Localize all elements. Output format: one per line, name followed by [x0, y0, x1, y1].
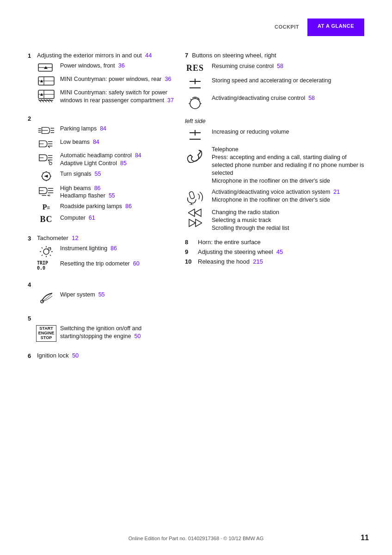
- low-beams-text: Low beams 84: [60, 138, 99, 146]
- power-window-rear-icon: [37, 76, 55, 86]
- svg-marker-77: [189, 219, 196, 227]
- start-stop-badge: STARTENGINESTOP: [36, 325, 57, 342]
- list-item: 9 Adjusting the steering wheel 45: [185, 248, 364, 255]
- list-item: Activating/deactivating cruise control 5…: [185, 94, 364, 110]
- instrument-lighting-text: Instrument lighting 86: [60, 245, 117, 253]
- volume-plus-minus-icon: [185, 129, 205, 142]
- item-8-text: Horn: the entire surface: [198, 239, 261, 246]
- section-1-ref: 44: [145, 52, 152, 59]
- computer-bc-icon: BC: [37, 215, 55, 224]
- list-item: P≡ Roadside parking lamps 86: [37, 203, 176, 211]
- volume-label: Increasing or reducing volume: [212, 128, 289, 136]
- section-5-num: 5: [28, 315, 37, 322]
- page: COCKPIT AT A GLANCE 1 Adjusting the exte…: [0, 0, 392, 555]
- svg-marker-75: [188, 209, 195, 216]
- list-item: Changing the radio station Selecting a m…: [185, 209, 364, 232]
- wiper-system-text: Wiper system 55: [60, 291, 105, 299]
- list-item: STARTENGINESTOP Switching the ignition o…: [37, 325, 176, 342]
- item-8-num: 8: [185, 239, 195, 246]
- tab-at-glance: AT A GLANCE: [307, 18, 364, 33]
- low-beams-icon: [37, 139, 55, 149]
- high-beams-icon: [37, 185, 55, 198]
- section-2-num: 2: [28, 115, 37, 122]
- svg-marker-46: [47, 194, 49, 196]
- voice-activation-icon: [185, 189, 205, 205]
- section-2-subitems: Parking lamps 84: [28, 125, 176, 225]
- auto-headlamp-text: Automatic headlamp control 84Adaptive Li…: [60, 152, 141, 167]
- auto-headlamp-icon: [37, 152, 55, 165]
- tab-cockpit: COCKPIT: [266, 20, 307, 33]
- section-3-header: 3 Tachometer 12: [28, 234, 176, 242]
- item-9-num: 9: [185, 248, 195, 255]
- list-item: Power windows, front 36: [37, 62, 176, 73]
- section-7-header: 7 Buttons on steering wheel, right: [185, 52, 364, 59]
- svg-line-12: [38, 99, 41, 102]
- section-1-subitems: Power windows, front 36 MINI Countryman:: [28, 62, 176, 105]
- plus-minus-icon: [185, 78, 205, 91]
- list-item: MINI Countryman: safety switch for power…: [37, 89, 176, 105]
- section-1-title: Adjusting the exterior mirrors in and ou…: [37, 52, 152, 59]
- section-6-title: Ignition lock 50: [37, 352, 79, 359]
- svg-marker-40: [44, 175, 48, 178]
- trip-odometer-text: Resetting the trip odometer 60: [60, 260, 140, 268]
- svg-line-16: [49, 99, 52, 102]
- svg-line-68: [190, 99, 191, 100]
- list-item: Parking lamps 84: [37, 125, 176, 136]
- list-item: High beams 86Headlamp flasher 55: [37, 185, 176, 200]
- svg-marker-78: [196, 219, 202, 227]
- turn-signals-text: Turn signals 55: [60, 170, 101, 178]
- section-5-subitems: STARTENGINESTOP Switching the ignition o…: [28, 325, 176, 342]
- svg-line-32: [49, 162, 49, 163]
- instrument-lighting-icon: [37, 245, 55, 257]
- item-10-num: 10: [185, 258, 195, 265]
- page-number: 11: [361, 534, 369, 542]
- list-item: 8 Horn: the entire surface: [185, 239, 364, 246]
- parking-lamps-text: Parking lamps 84: [60, 125, 106, 133]
- power-window-front-text: Power windows, front 36: [60, 62, 125, 70]
- section-4: 4 Wiper system 55: [28, 281, 176, 304]
- section-3: 3 Tachometer 12: [28, 234, 176, 271]
- left-side-label: left side: [185, 117, 364, 124]
- list-item: MINI Countryman: power windows, rear 36: [37, 75, 176, 86]
- power-window-safety-text: MINI Countryman: safety switch for power…: [60, 89, 176, 105]
- svg-line-55: [42, 255, 43, 256]
- list-item: Telephone Press: accepting and ending a …: [185, 146, 364, 185]
- section-3-subitems: Instrument lighting 86 TRIP 0.0 Resettin…: [28, 245, 176, 271]
- power-window-front-icon: [37, 62, 55, 73]
- section-3-title: Tachometer 12: [37, 234, 79, 241]
- svg-point-63: [190, 99, 200, 109]
- cruise-dial-icon: [185, 95, 205, 110]
- res-text: RES: [186, 63, 204, 73]
- arrows-icon: [185, 209, 205, 227]
- svg-line-15: [47, 99, 49, 102]
- turn-signals-icon: [37, 171, 55, 182]
- left-column: 1 Adjusting the exterior mirrors in and …: [28, 52, 176, 370]
- section-4-num: 4: [28, 281, 37, 288]
- list-item: Low beams 84: [37, 138, 176, 149]
- header-tabs: COCKPIT AT A GLANCE: [28, 18, 364, 33]
- section-7-title: Buttons on steering wheel, right: [192, 52, 276, 59]
- power-window-rear-text: MINI Countryman: power windows, rear 36: [60, 75, 171, 83]
- section-1-header: 1 Adjusting the exterior mirrors in and …: [28, 52, 176, 59]
- computer-text: Computer 61: [60, 214, 95, 222]
- section-1-num: 1: [28, 52, 37, 59]
- section-3-num: 3: [28, 235, 37, 242]
- content-area: 1 Adjusting the exterior mirrors in and …: [28, 52, 364, 370]
- roadside-parking-icon: P≡: [37, 203, 55, 211]
- list-item: Wiper system 55: [37, 291, 176, 304]
- start-stop-text: Switching the ignition on/off and starti…: [60, 325, 176, 340]
- svg-line-13: [41, 99, 44, 102]
- section-7: 7 Buttons on steering wheel, right RES R…: [185, 52, 364, 110]
- bottom-items: 8 Horn: the entire surface 9 Adjusting t…: [185, 239, 364, 265]
- list-item: RES Resuming cruise control 58: [185, 62, 364, 73]
- section-2: 2: [28, 115, 176, 225]
- roadside-parking-text: Roadside parking lamps 86: [60, 203, 132, 210]
- section-6-num: 6: [28, 352, 37, 359]
- power-window-safety-icon: [37, 89, 55, 102]
- section-5: 5 STARTENGINESTOP Switching the ignition…: [28, 314, 176, 342]
- svg-marker-69: [198, 98, 199, 99]
- svg-line-58: [49, 248, 50, 249]
- svg-line-56: [50, 255, 51, 256]
- svg-line-53: [42, 247, 43, 248]
- list-item: Turn signals 55: [37, 170, 176, 182]
